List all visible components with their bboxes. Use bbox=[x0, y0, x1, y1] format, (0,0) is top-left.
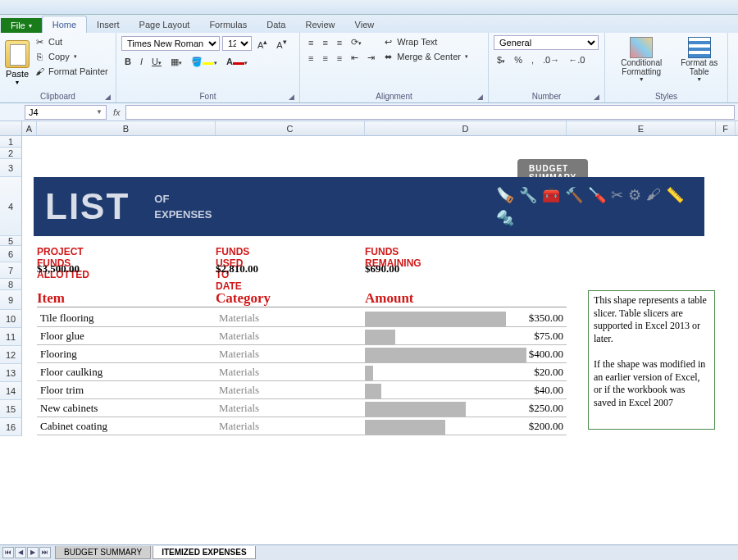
dialog-launcher-icon[interactable]: ◢ bbox=[477, 93, 483, 101]
increase-indent-button[interactable]: ⇥ bbox=[364, 51, 378, 65]
align-right-button[interactable]: ≡ bbox=[334, 52, 345, 65]
col-header-D[interactable]: D bbox=[365, 121, 567, 135]
tab-insert[interactable]: Insert bbox=[87, 16, 130, 33]
col-header-B[interactable]: B bbox=[37, 121, 216, 135]
row-header-12[interactable]: 12 bbox=[0, 346, 22, 364]
prev-sheet-button[interactable]: ◀ bbox=[15, 547, 26, 558]
increase-font-button[interactable]: A▴ bbox=[254, 35, 271, 52]
item-cell[interactable]: New cabinets bbox=[37, 400, 216, 417]
dialog-launcher-icon[interactable]: ◢ bbox=[105, 93, 111, 101]
increase-decimal-button[interactable]: .0→ bbox=[540, 53, 563, 66]
category-cell[interactable]: Materials bbox=[216, 382, 365, 399]
tab-formulas[interactable]: Formulas bbox=[199, 16, 257, 33]
percent-button[interactable]: % bbox=[511, 53, 526, 66]
row-header-14[interactable]: 14 bbox=[0, 382, 22, 400]
underline-button[interactable]: U▾ bbox=[148, 55, 165, 68]
amount-cell[interactable]: $200.00 bbox=[365, 418, 567, 435]
amount-cell[interactable]: $350.00 bbox=[365, 310, 567, 327]
font-name-select[interactable]: Times New Roman bbox=[121, 36, 220, 51]
tab-view[interactable]: View bbox=[345, 16, 385, 33]
sheet-tab-itemized-expenses[interactable]: ITEMIZED EXPENSES bbox=[153, 546, 255, 559]
decrease-font-button[interactable]: A▾ bbox=[273, 35, 289, 52]
row-header-7[interactable]: 7 bbox=[0, 262, 22, 279]
row-header-8[interactable]: 8 bbox=[0, 279, 22, 290]
category-cell[interactable]: Materials bbox=[216, 418, 365, 435]
decrease-indent-button[interactable]: ⇤ bbox=[348, 51, 362, 65]
row-header-1[interactable]: 1 bbox=[0, 136, 22, 148]
fx-icon[interactable]: fx bbox=[108, 107, 125, 117]
row-header-2[interactable]: 2 bbox=[0, 148, 22, 159]
item-cell[interactable]: Cabinet coating bbox=[37, 418, 216, 435]
file-tab[interactable]: File ▾ bbox=[1, 18, 42, 33]
bold-button[interactable]: B bbox=[121, 55, 134, 68]
align-middle-button[interactable]: ≡ bbox=[319, 36, 330, 49]
row-header-16[interactable]: 16 bbox=[0, 418, 22, 436]
fill-color-button[interactable]: 🪣▾ bbox=[188, 55, 221, 69]
col-header-F[interactable]: F bbox=[716, 121, 736, 135]
category-cell[interactable]: Materials bbox=[216, 310, 365, 327]
item-cell[interactable]: Tile flooring bbox=[37, 310, 216, 327]
item-cell[interactable]: Floor glue bbox=[37, 328, 216, 345]
tab-page-layout[interactable]: Page Layout bbox=[130, 16, 200, 33]
font-size-select[interactable]: 12 bbox=[222, 36, 252, 51]
paste-button[interactable]: Paste ▼ bbox=[5, 35, 30, 90]
item-cell[interactable]: Flooring bbox=[37, 346, 216, 363]
copy-button[interactable]: ⎘Copy▾ bbox=[33, 50, 108, 63]
amount-cell[interactable]: $40.00 bbox=[365, 382, 567, 399]
row-header-15[interactable]: 15 bbox=[0, 400, 22, 418]
decrease-decimal-button[interactable]: ←.0 bbox=[565, 53, 588, 66]
col-header-E[interactable]: E bbox=[567, 121, 716, 135]
italic-button[interactable]: I bbox=[137, 55, 146, 68]
category-cell[interactable]: Materials bbox=[216, 346, 365, 363]
row-header-11[interactable]: 11 bbox=[0, 328, 22, 346]
format-painter-button[interactable]: 🖌Format Painter bbox=[33, 65, 108, 78]
worksheet-grid[interactable]: ABCDEF 12345678910111213141516 BUDGET SU… bbox=[0, 121, 738, 544]
category-cell[interactable]: Materials bbox=[216, 364, 365, 381]
item-cell[interactable]: Floor caulking bbox=[37, 364, 216, 381]
col-amount-header[interactable]: Amount bbox=[365, 290, 567, 307]
tab-home[interactable]: Home bbox=[42, 16, 87, 33]
category-cell[interactable]: Materials bbox=[216, 400, 365, 417]
formula-input[interactable] bbox=[125, 105, 735, 120]
last-sheet-button[interactable]: ⏭ bbox=[39, 547, 51, 558]
tab-data[interactable]: Data bbox=[257, 16, 295, 33]
row-header-13[interactable]: 13 bbox=[0, 364, 22, 382]
number-format-select[interactable]: General bbox=[494, 35, 599, 50]
col-header-C[interactable]: C bbox=[216, 121, 365, 135]
orientation-button[interactable]: ⟳▾ bbox=[348, 35, 365, 49]
col-header-A[interactable]: A bbox=[22, 121, 37, 135]
align-center-button[interactable]: ≡ bbox=[319, 52, 330, 65]
sheet-tab-budget-summary[interactable]: BUDGET SUMMARY bbox=[55, 546, 151, 559]
conditional-formatting-button[interactable]: Conditional Formatting ▼ bbox=[610, 35, 672, 90]
row-header-3[interactable]: 3 bbox=[0, 159, 22, 177]
cut-button[interactable]: ✂Cut bbox=[33, 35, 108, 48]
dialog-launcher-icon[interactable]: ◢ bbox=[594, 93, 599, 101]
amount-cell[interactable]: $400.00 bbox=[365, 346, 567, 363]
align-left-button[interactable]: ≡ bbox=[305, 52, 317, 65]
borders-button[interactable]: ▦▾ bbox=[167, 55, 185, 69]
amount-cell[interactable]: $75.00 bbox=[365, 328, 567, 345]
dialog-launcher-icon[interactable]: ◢ bbox=[289, 93, 294, 101]
chevron-down-icon[interactable]: ▼ bbox=[96, 108, 102, 116]
col-category-header[interactable]: Category bbox=[216, 290, 365, 307]
align-top-button[interactable]: ≡ bbox=[305, 36, 317, 49]
amount-cell[interactable]: $20.00 bbox=[365, 364, 567, 381]
select-all-corner[interactable] bbox=[0, 121, 22, 135]
item-cell[interactable]: Floor trim bbox=[37, 382, 216, 399]
row-header-10[interactable]: 10 bbox=[0, 310, 22, 328]
col-item-header[interactable]: Item bbox=[37, 290, 216, 307]
row-header-9[interactable]: 9 bbox=[0, 290, 22, 310]
row-header-5[interactable]: 5 bbox=[0, 236, 22, 246]
category-cell[interactable]: Materials bbox=[216, 328, 365, 345]
name-box[interactable]: J4 ▼ bbox=[25, 105, 107, 120]
font-color-button[interactable]: A▾ bbox=[223, 55, 251, 68]
tab-review[interactable]: Review bbox=[295, 16, 344, 33]
comma-button[interactable]: , bbox=[528, 53, 537, 66]
next-sheet-button[interactable]: ▶ bbox=[27, 547, 39, 558]
align-bottom-button[interactable]: ≡ bbox=[334, 36, 345, 49]
amount-cell[interactable]: $250.00 bbox=[365, 400, 567, 417]
row-header-6[interactable]: 6 bbox=[0, 246, 22, 262]
merge-center-button[interactable]: ⬌Merge & Center▾ bbox=[381, 50, 468, 63]
accounting-button[interactable]: $▾ bbox=[494, 53, 508, 66]
wrap-text-button[interactable]: ↩Wrap Text bbox=[381, 35, 468, 48]
